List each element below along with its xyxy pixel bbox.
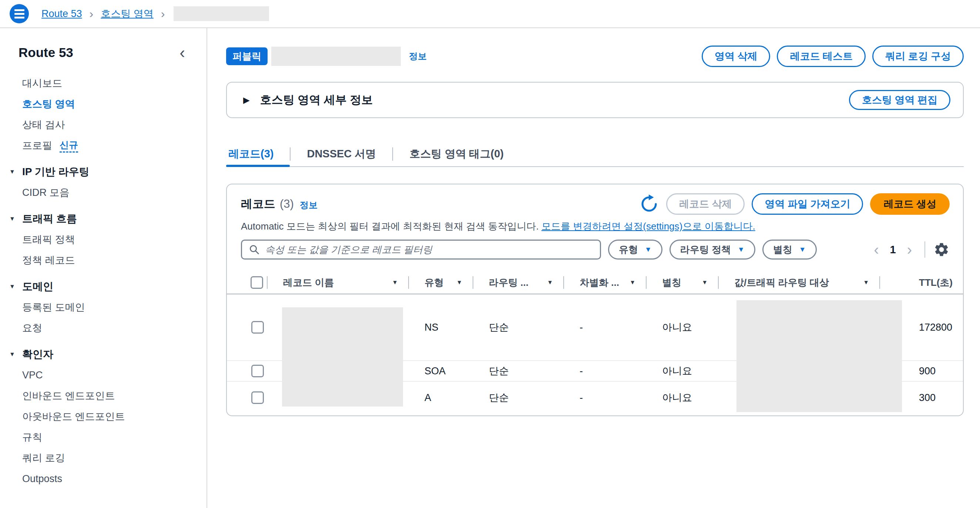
tab-records[interactable]: 레코드(3) bbox=[226, 142, 290, 166]
zone-header: 퍼블릭 정보 영역 삭제 레코드 테스트 쿼리 로깅 구성 bbox=[226, 46, 964, 67]
alias-filter-dropdown[interactable]: 별칭 ▼ bbox=[762, 240, 817, 260]
public-badge: 퍼블릭 bbox=[226, 48, 267, 65]
records-table-header: 레코드 이름 ▼ 유형 ▼ 라우팅 ... ▼ 차별화 ... ▼ bbox=[227, 271, 963, 295]
column-header-routing[interactable]: 라우팅 ... ▼ bbox=[473, 271, 564, 294]
sidebar-item-dashboard[interactable]: 대시보드 bbox=[22, 73, 207, 94]
sidebar-item-outbound-endpoints[interactable]: 아웃바운드 엔드포인트 bbox=[22, 406, 207, 427]
sort-icon[interactable]: ▼ bbox=[630, 279, 635, 286]
sidebar-title: Route 53 bbox=[19, 45, 73, 60]
column-header-record-name[interactable]: 레코드 이름 ▼ bbox=[267, 271, 409, 294]
delete-zone-button[interactable]: 영역 삭제 bbox=[702, 46, 770, 67]
sidebar-item-vpc[interactable]: VPC bbox=[22, 365, 207, 385]
tab-bar: 레코드(3) DNSSEC 서명 호스팅 영역 태그(0) bbox=[226, 142, 964, 167]
new-badge[interactable]: 신규 bbox=[60, 139, 78, 153]
sort-icon[interactable]: ▼ bbox=[547, 279, 553, 286]
sidebar-item-traffic-policies[interactable]: 트래픽 정책 bbox=[22, 229, 207, 250]
record-routing-cell: 단순 bbox=[473, 391, 564, 404]
next-page-icon[interactable]: › bbox=[905, 242, 914, 257]
select-all-checkbox-cell bbox=[227, 271, 267, 294]
sidebar-item-profiles[interactable]: 프로필 신규 bbox=[22, 135, 207, 156]
import-zone-file-button[interactable]: 영역 파일 가져오기 bbox=[752, 193, 863, 215]
select-all-checkbox[interactable] bbox=[251, 276, 263, 289]
record-filter-input[interactable] bbox=[264, 244, 593, 256]
sidebar-section-traffic-flow[interactable]: ▼ 트래픽 흐름 bbox=[22, 209, 207, 229]
sidebar-item-policy-records[interactable]: 정책 레코드 bbox=[22, 250, 207, 271]
configure-query-logging-button[interactable]: 쿼리 로깅 구성 bbox=[872, 46, 964, 67]
sidebar-item-registered-domains[interactable]: 등록된 도메인 bbox=[22, 297, 207, 318]
edit-hosted-zone-button[interactable]: 호스팅 영역 편집 bbox=[849, 90, 950, 110]
zone-info-link[interactable]: 정보 bbox=[409, 50, 427, 62]
filter-mode-description: Automatic 모드는 최상의 필터 결과에 최적화된 현재 검색 동작입니… bbox=[227, 215, 963, 233]
records-table: 레코드 이름 ▼ 유형 ▼ 라우팅 ... ▼ 차별화 ... ▼ bbox=[227, 271, 963, 414]
sidebar-header: Route 53 ‹ bbox=[0, 28, 207, 61]
sidebar-item-requests[interactable]: 요청 bbox=[22, 318, 207, 338]
breadcrumb: Route 53 › 호스팅 영역 › bbox=[41, 6, 269, 21]
dropdown-caret-icon: ▼ bbox=[738, 245, 745, 254]
sidebar-section-ip-routing[interactable]: ▼ IP 기반 라우팅 bbox=[22, 161, 207, 182]
delete-record-button[interactable]: 레코드 삭제 bbox=[666, 193, 745, 215]
filter-toolbar: 유형 ▼ 라우팅 정책 ▼ 별칭 ▼ ‹ 1 › bbox=[227, 240, 963, 260]
breadcrumb-hosted-zones[interactable]: 호스팅 영역 bbox=[101, 7, 154, 21]
column-header-value[interactable]: 값/트래픽 라우팅 대상 ▼ bbox=[719, 271, 880, 294]
breadcrumb-route53[interactable]: Route 53 bbox=[41, 8, 82, 20]
sidebar-item-rules[interactable]: 규칙 bbox=[22, 427, 207, 447]
row-checkbox[interactable] bbox=[251, 365, 264, 377]
sidebar-item-cidr-collections[interactable]: CIDR 모음 bbox=[22, 182, 207, 203]
column-header-ttl[interactable]: TTL(초) bbox=[880, 271, 963, 294]
sort-icon[interactable]: ▼ bbox=[392, 279, 398, 286]
tab-hosted-zone-tags[interactable]: 호스팅 영역 태그(0) bbox=[393, 142, 520, 166]
collapse-sidebar-icon[interactable]: ‹ bbox=[180, 45, 185, 61]
sidebar-section-domains[interactable]: ▼ 도메인 bbox=[22, 276, 207, 297]
sidebar-item-query-logging[interactable]: 쿼리 로깅 bbox=[22, 447, 207, 468]
create-record-button[interactable]: 레코드 생성 bbox=[870, 193, 950, 215]
chevron-right-icon: › bbox=[161, 8, 165, 20]
record-type-cell: NS bbox=[409, 322, 473, 333]
record-routing-cell: 단순 bbox=[473, 321, 564, 334]
sidebar-item-outposts[interactable]: Outposts bbox=[22, 468, 207, 489]
tab-dnssec-signing[interactable]: DNSSEC 서명 bbox=[291, 142, 392, 166]
sidebar-item-inbound-endpoints[interactable]: 인바운드 엔드포인트 bbox=[22, 385, 207, 406]
column-header-type[interactable]: 유형 ▼ bbox=[409, 271, 473, 294]
refresh-icon[interactable] bbox=[639, 194, 659, 214]
sort-icon[interactable]: ▼ bbox=[863, 279, 869, 286]
route53-console: Route 53 › 호스팅 영역 › Route 53 ‹ 대시보드 호스팅 … bbox=[0, 0, 980, 508]
sidebar-section-resolver[interactable]: ▼ 확인자 bbox=[22, 344, 207, 365]
caret-down-icon: ▼ bbox=[9, 351, 15, 358]
column-header-alias[interactable]: 별칭 ▼ bbox=[646, 271, 719, 294]
top-navigation-bar: Route 53 › 호스팅 영역 › bbox=[0, 0, 980, 28]
table-settings-gear-icon[interactable] bbox=[933, 241, 950, 258]
menu-icon[interactable] bbox=[10, 4, 29, 23]
sort-icon[interactable]: ▼ bbox=[702, 279, 708, 286]
records-count: (3) bbox=[280, 197, 294, 211]
previous-page-icon[interactable]: ‹ bbox=[872, 242, 881, 257]
caret-down-icon: ▼ bbox=[9, 169, 15, 175]
dropdown-caret-icon: ▼ bbox=[645, 245, 652, 254]
dropdown-caret-icon: ▼ bbox=[799, 245, 806, 254]
record-differentiator-cell: - bbox=[564, 392, 646, 404]
sort-icon[interactable]: ▼ bbox=[456, 279, 462, 286]
row-checkbox[interactable] bbox=[251, 321, 264, 334]
record-filter-searchbox[interactable] bbox=[241, 240, 601, 260]
hosted-zone-details-panel: ▶ 호스팅 영역 세부 정보 호스팅 영역 편집 bbox=[226, 82, 964, 118]
routing-policy-filter-dropdown[interactable]: 라우팅 정책 ▼ bbox=[670, 240, 756, 260]
search-icon bbox=[249, 244, 260, 255]
main-content: 퍼블릭 정보 영역 삭제 레코드 테스트 쿼리 로깅 구성 ▶ 호스팅 영역 세… bbox=[207, 28, 980, 508]
redacted-record-values bbox=[737, 300, 902, 412]
record-type-cell: SOA bbox=[409, 365, 473, 377]
settings-mode-link[interactable]: 모드를 변경하려면 설정(settings)으로 이동합니다. bbox=[541, 221, 756, 232]
row-checkbox[interactable] bbox=[251, 391, 264, 404]
record-type-cell: A bbox=[409, 392, 473, 404]
records-info-link[interactable]: 정보 bbox=[300, 199, 318, 211]
type-filter-dropdown[interactable]: 유형 ▼ bbox=[608, 240, 662, 260]
record-differentiator-cell: - bbox=[564, 322, 646, 333]
chevron-right-icon: › bbox=[89, 8, 94, 20]
sidebar-item-hosted-zones[interactable]: 호스팅 영역 bbox=[22, 94, 207, 115]
test-record-button[interactable]: 레코드 테스트 bbox=[777, 46, 865, 67]
sidebar-item-health-checks[interactable]: 상태 검사 bbox=[22, 115, 207, 135]
record-differentiator-cell: - bbox=[564, 365, 646, 377]
hosted-zone-details-title[interactable]: 호스팅 영역 세부 정보 bbox=[260, 92, 373, 108]
column-header-differentiator[interactable]: 차별화 ... ▼ bbox=[564, 271, 646, 294]
current-page-number[interactable]: 1 bbox=[890, 244, 896, 256]
records-actions: 레코드 삭제 영역 파일 가져오기 레코드 생성 bbox=[639, 193, 950, 215]
expand-arrow-icon[interactable]: ▶ bbox=[243, 95, 250, 105]
